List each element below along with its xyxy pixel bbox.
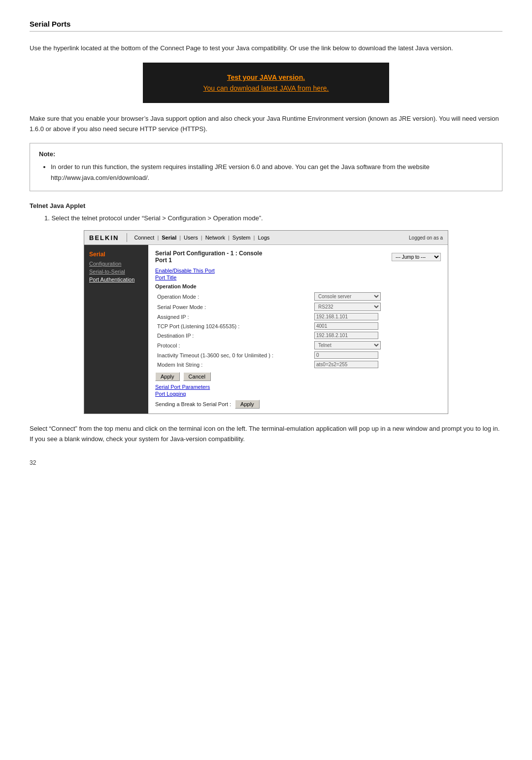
field-value-4[interactable]: [312, 331, 441, 340]
jump-to-select[interactable]: --- Jump to ---: [392, 253, 441, 261]
device-ui: BELKIN Connect | Serial | Users | Networ…: [84, 230, 448, 414]
telnet-step-1: 1. Select the telnet protocol under “Ser…: [44, 213, 502, 224]
nav-network[interactable]: Network: [202, 235, 228, 241]
device-topbar: BELKIN Connect | Serial | Users | Networ…: [84, 231, 448, 245]
field-value-1[interactable]: RS232: [312, 302, 441, 312]
protocol-select[interactable]: Telnet: [314, 341, 381, 349]
nav-divider: [127, 233, 127, 242]
port-logging-link[interactable]: Port Logging: [155, 391, 441, 397]
config-title: Serial Port Configuration - 1 : Console …: [155, 250, 262, 264]
config-links: Enable/Disable This Port Port Title: [155, 268, 441, 280]
java-title: Test your JAVA version.: [163, 73, 369, 81]
page-title: Serial Ports: [30, 20, 502, 32]
belkin-logo: BELKIN: [89, 234, 119, 242]
table-row: Serial Power Mode : RS232: [155, 302, 441, 312]
field-label-5: Protocol :: [155, 340, 312, 350]
outro-text: Select “Connect” from the top menu and c…: [30, 424, 502, 445]
sidebar-link-port-auth[interactable]: Port Authentication: [89, 276, 143, 282]
field-value-3[interactable]: [312, 321, 441, 331]
field-value-5[interactable]: Telnet: [312, 340, 441, 350]
nav-links: Connect | Serial | Users | Network | Sys…: [131, 235, 272, 241]
operation-mode-heading: Operation Mode: [155, 283, 441, 289]
cancel-button[interactable]: Cancel: [183, 372, 211, 381]
page-number: 32: [30, 459, 502, 466]
break-to-serial-row: Sending a Break to Serial Port : Apply: [155, 400, 441, 409]
java-box: Test your JAVA version. You can download…: [143, 63, 389, 103]
sidebar-link-serial-to-serial[interactable]: Serial-to-Serial: [89, 269, 143, 275]
device-body: Serial Configuration Serial-to-Serial Po…: [84, 245, 448, 414]
nav-logs[interactable]: Logs: [255, 235, 272, 241]
java-download-link[interactable]: You can download latest JAVA from here.: [203, 84, 329, 92]
intro-text-1: Use the hyperlink located at the bottom …: [30, 43, 502, 54]
note-item-1: In order to run this function, the syste…: [51, 162, 493, 183]
nav-system[interactable]: System: [230, 235, 254, 241]
note-label: Note:: [39, 150, 493, 158]
field-value-0[interactable]: Console server: [312, 291, 441, 302]
nav-users[interactable]: Users: [181, 235, 201, 241]
port-title-link[interactable]: Port Title: [155, 275, 441, 280]
field-label-3: TCP Port (Listening 1024-65535) :: [155, 321, 312, 331]
assigned-ip-input[interactable]: [314, 313, 378, 320]
note-list: In order to run this function, the syste…: [51, 162, 493, 183]
modem-init-string-input[interactable]: [314, 361, 378, 368]
note-box: Note: In order to run this function, the…: [30, 143, 502, 191]
nav-serial[interactable]: Serial: [159, 235, 179, 241]
table-row: Modem Init String :: [155, 360, 441, 369]
field-value-7[interactable]: [312, 360, 441, 369]
enable-disable-link[interactable]: Enable/Disable This Port: [155, 268, 441, 274]
nav-connect[interactable]: Connect: [131, 235, 157, 241]
config-form-table: Operation Mode : Console server Serial P…: [155, 291, 441, 369]
field-label-0: Operation Mode :: [155, 291, 312, 302]
field-value-6[interactable]: [312, 350, 441, 360]
serial-port-params-link[interactable]: Serial Port Parameters: [155, 384, 441, 390]
field-value-2[interactable]: [312, 312, 441, 321]
field-label-2: Assigned IP :: [155, 312, 312, 321]
device-sidebar: Serial Configuration Serial-to-Serial Po…: [84, 245, 148, 414]
java-title-text: Test your JAVA version: [227, 73, 303, 81]
table-row: Destination IP :: [155, 331, 441, 340]
table-row: Protocol : Telnet: [155, 340, 441, 350]
field-label-4: Destination IP :: [155, 331, 312, 340]
form-buttons-row: Apply Cancel: [155, 372, 441, 381]
operation-mode-select[interactable]: Console server: [314, 292, 381, 301]
field-label-6: Inactivity Timeout (1-3600 sec, 0 for Un…: [155, 350, 312, 360]
config-header: Serial Port Configuration - 1 : Console …: [155, 250, 441, 264]
bottom-links: Serial Port Parameters Port Logging: [155, 384, 441, 397]
device-main-content: Serial Port Configuration - 1 : Console …: [148, 245, 448, 414]
break-apply-button[interactable]: Apply: [235, 400, 260, 409]
break-label: Sending a Break to Serial Port :: [155, 401, 231, 407]
tcp-port-input[interactable]: [314, 322, 378, 330]
intro-text-2: Make sure that you enable your browser’s…: [30, 114, 502, 135]
apply-button[interactable]: Apply: [155, 372, 180, 381]
field-label-7: Modem Init String :: [155, 360, 312, 369]
sidebar-link-configuration[interactable]: Configuration: [89, 261, 143, 267]
java-title-dot: .: [303, 73, 305, 81]
field-label-1: Serial Power Mode :: [155, 302, 312, 312]
table-row: Operation Mode : Console server: [155, 291, 441, 302]
inactivity-timeout-input[interactable]: [314, 351, 378, 359]
table-row: Inactivity Timeout (1-3600 sec, 0 for Un…: [155, 350, 441, 360]
sidebar-serial-label: Serial: [89, 251, 143, 258]
serial-power-mode-select[interactable]: RS232: [314, 303, 381, 311]
telnet-heading: Telnet Java Applet: [30, 202, 502, 209]
logged-on-label: Logged on as a: [409, 235, 443, 241]
table-row: TCP Port (Listening 1024-65535) :: [155, 321, 441, 331]
destination-ip-input[interactable]: [314, 332, 378, 339]
table-row: Assigned IP :: [155, 312, 441, 321]
